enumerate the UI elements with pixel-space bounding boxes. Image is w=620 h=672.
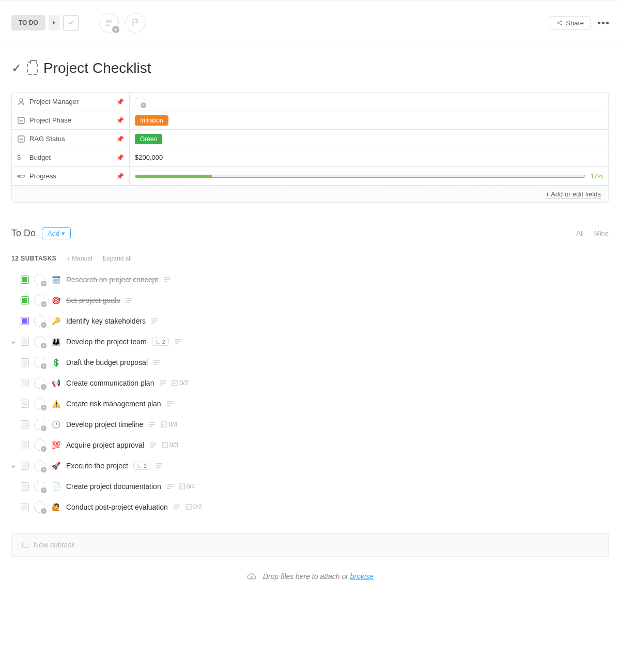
field-value-project-manager[interactable]	[130, 93, 608, 111]
field-value-rag-status[interactable]: Green	[130, 130, 608, 148]
attachment-drop-zone[interactable]: Drop files here to attach or browse	[0, 557, 620, 591]
subtask-name[interactable]: Research on project concept	[66, 276, 158, 284]
status-square[interactable]	[21, 338, 29, 346]
task-emoji-icon: 🎯	[51, 296, 61, 304]
field-row-project-phase: Project Phase 📌 Initiation	[12, 111, 608, 130]
subtask-row[interactable]: ▸ 🚀 Execute the project 1	[11, 455, 609, 476]
subtask-name[interactable]: Create project documentation	[66, 482, 161, 491]
clipboard-icon	[27, 62, 38, 75]
subtask-row[interactable]: ▸ 👪 Develop the project team 2	[11, 331, 609, 352]
pin-icon[interactable]: 📌	[116, 173, 124, 180]
status-square[interactable]	[21, 400, 29, 408]
status-square[interactable]	[21, 276, 29, 284]
field-label-cell: Project Phase 📌	[12, 111, 130, 129]
subtask-row[interactable]: 🙋 Conduct post-project evaluation 0/2	[11, 497, 609, 517]
checklist-count: 0/2	[185, 503, 202, 511]
status-square[interactable]	[21, 379, 29, 387]
assignee-add-icon[interactable]	[34, 419, 45, 430]
share-button[interactable]: Share	[550, 16, 591, 30]
complete-checkbox-button[interactable]	[63, 15, 79, 30]
description-icon	[159, 380, 166, 386]
status-square[interactable]	[21, 503, 29, 511]
subtask-name[interactable]: Acquire project approval	[66, 441, 144, 449]
expand-caret-icon[interactable]: ▸	[12, 339, 15, 345]
subtask-count: 12 SUBTASKS	[11, 255, 56, 262]
title-row: ✓ Project Checklist	[0, 42, 620, 92]
field-label: Project Manager	[29, 98, 79, 105]
status-square[interactable]	[21, 441, 29, 449]
subtask-name[interactable]: Conduct post-project evaluation	[66, 503, 168, 511]
subtask-row[interactable]: 🎯 Set project goals	[11, 290, 609, 311]
status-square[interactable]	[21, 482, 29, 491]
svg-rect-11	[161, 422, 166, 427]
status-next-button[interactable]	[49, 15, 60, 30]
assignee-add-icon[interactable]	[34, 274, 45, 285]
filter-mine-tab[interactable]: Mine	[594, 230, 609, 237]
assignee-add-icon[interactable]	[34, 439, 45, 451]
dropdown-icon	[17, 116, 25, 125]
description-icon	[149, 442, 157, 448]
subtask-name[interactable]: Create communication plan	[66, 379, 154, 387]
top-toolbar: TO DO + Share	[0, 0, 620, 42]
subtask-name[interactable]: Create risk management plan	[66, 400, 161, 408]
progress-icon	[17, 173, 25, 179]
priority-button[interactable]	[126, 13, 145, 33]
field-value-budget[interactable]: $200,000	[130, 148, 608, 166]
field-value-progress[interactable]: 17%	[130, 167, 608, 185]
assignee-add-icon[interactable]	[34, 315, 45, 327]
status-square[interactable]	[21, 296, 29, 304]
status-square[interactable]	[21, 358, 29, 366]
subtask-row[interactable]: ⚠️ Create risk management plan	[11, 393, 609, 414]
status-label: TO DO	[19, 19, 38, 26]
subtask-name[interactable]: Develop the project team	[66, 338, 147, 346]
task-emoji-icon: 🔑	[51, 317, 61, 325]
subtask-name[interactable]: Identify key stakeholders	[66, 317, 146, 325]
status-square[interactable]	[21, 317, 29, 325]
task-title[interactable]: Project Checklist	[43, 60, 151, 77]
assignee-add-icon[interactable]	[34, 501, 45, 513]
expand-caret-icon[interactable]: ▸	[12, 463, 15, 469]
subtask-name[interactable]: Set project goals	[66, 296, 120, 304]
subtask-name[interactable]: Execute the project	[66, 462, 128, 470]
share-label: Share	[566, 19, 584, 27]
subtask-row[interactable]: 🔑 Identify key stakeholders	[11, 311, 609, 331]
subtask-row[interactable]: 📄 Create project documentation 0/4	[11, 476, 609, 497]
subtask-name[interactable]: Develop project timeline	[66, 420, 143, 429]
filter-all-tab[interactable]: All	[576, 230, 583, 237]
checklist-count: 0/2	[172, 379, 188, 387]
add-subtask-button[interactable]: Add ▾	[42, 227, 71, 239]
assignee-add-icon[interactable]	[34, 481, 45, 492]
add-edit-fields-button[interactable]: + Add or edit fields	[12, 186, 608, 202]
progress-fill	[135, 175, 212, 177]
new-subtask-input[interactable]: New subtask	[11, 533, 609, 557]
assignee-add-icon[interactable]	[34, 295, 45, 306]
assignees-add-button[interactable]: +	[99, 13, 119, 33]
status-square[interactable]	[21, 462, 29, 470]
pin-icon[interactable]: 📌	[116, 135, 124, 143]
assignee-add-icon[interactable]	[34, 377, 45, 389]
checklist-count: 0/3	[162, 441, 178, 449]
sort-button[interactable]: ↑ Manual	[67, 255, 92, 262]
pin-icon[interactable]: 📌	[116, 98, 124, 105]
more-menu-button[interactable]	[598, 22, 609, 24]
field-value-project-phase[interactable]: Initiation	[130, 111, 608, 129]
browse-link[interactable]: browse	[350, 572, 374, 581]
subtask-row[interactable]: 💲 Draft the budget proposal	[11, 352, 609, 373]
pin-icon[interactable]: 📌	[116, 154, 124, 161]
subtask-row[interactable]: 🗓️ Research on project concept	[11, 269, 609, 290]
subtask-row[interactable]: 📢 Create communication plan 0/2	[11, 373, 609, 393]
subtask-count-pill: 2	[152, 338, 169, 346]
assignee-add-icon[interactable]	[34, 398, 45, 409]
status-button[interactable]: TO DO	[11, 15, 45, 30]
subtask-row[interactable]: 🕐 Develop project timeline 0/4	[11, 414, 609, 435]
subtask-name[interactable]: Draft the budget proposal	[66, 358, 148, 366]
assignee-add-icon[interactable]	[34, 357, 45, 368]
field-row-budget: $ Budget 📌 $200,000	[12, 148, 608, 167]
subtask-row[interactable]: 💯 Acquire project approval 0/3	[11, 435, 609, 455]
expand-all-button[interactable]: Expand all	[103, 255, 132, 262]
divider	[122, 14, 122, 31]
assignee-add-icon[interactable]	[34, 460, 45, 471]
assignee-add-icon[interactable]	[34, 336, 45, 347]
status-square[interactable]	[21, 420, 29, 429]
pin-icon[interactable]: 📌	[116, 117, 124, 124]
